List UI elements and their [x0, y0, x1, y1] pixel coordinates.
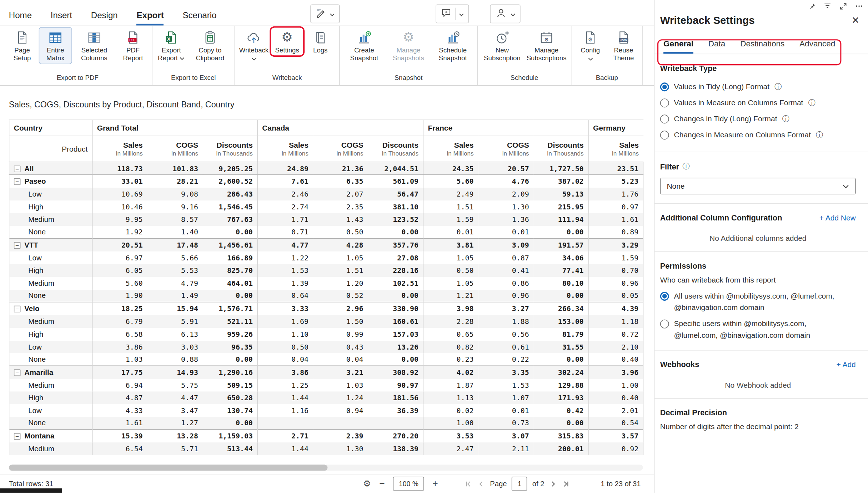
row-label[interactable]: −Paseo: [9, 175, 92, 188]
cell[interactable]: 521.11: [202, 315, 257, 327]
cell[interactable]: 0.01: [478, 226, 533, 239]
cell[interactable]: 15.39: [92, 430, 147, 442]
cell[interactable]: 3.35: [478, 366, 533, 378]
row-label[interactable]: −Velo: [9, 302, 92, 315]
cell[interactable]: 509.15: [202, 378, 257, 391]
cell[interactable]: 1.16: [257, 404, 313, 417]
cell[interactable]: 2.35: [313, 200, 368, 213]
zoom-in-button[interactable]: +: [432, 478, 438, 489]
row-label[interactable]: None: [9, 226, 92, 239]
row-label[interactable]: Medium: [9, 213, 92, 226]
cell[interactable]: 0.54: [588, 417, 643, 430]
ribbon-button-config[interactable]: ⚙Config: [574, 28, 606, 62]
cell[interactable]: 513.44: [202, 442, 257, 455]
cell[interactable]: 4.39: [588, 302, 643, 315]
cell[interactable]: 1.00: [588, 378, 643, 391]
cell[interactable]: 17.75: [92, 366, 147, 378]
cell[interactable]: 2.07: [313, 187, 368, 200]
cell[interactable]: 1.50: [313, 315, 368, 327]
column-group-grand-total[interactable]: Grand Total: [92, 120, 257, 136]
cell[interactable]: 0.96: [478, 289, 533, 302]
cell[interactable]: 118.73: [92, 162, 147, 175]
cell[interactable]: 308.92: [368, 366, 423, 378]
cell[interactable]: 17.48: [147, 238, 202, 251]
cell[interactable]: 1.25: [257, 378, 313, 391]
cell[interactable]: 0.41: [478, 264, 533, 277]
cell[interactable]: 0.61: [478, 340, 533, 353]
ribbon-button-new-subscription[interactable]: New Subscription: [481, 28, 524, 64]
cell[interactable]: 270.20: [368, 430, 423, 442]
collapse-icon[interactable]: −: [14, 370, 21, 376]
column-header-france-sales[interactable]: Salesin Millions: [423, 136, 478, 162]
cell[interactable]: 0.01: [423, 226, 478, 239]
cell[interactable]: 1.59: [588, 251, 643, 264]
cell[interactable]: 3.86: [257, 366, 313, 378]
column-header-grand-total-sales[interactable]: Salesin Millions: [92, 136, 147, 162]
cell[interactable]: 330.90: [368, 302, 423, 315]
cell[interactable]: 5.60: [92, 276, 147, 289]
cell[interactable]: 0.01: [478, 404, 533, 417]
cell[interactable]: 1.39: [257, 276, 313, 289]
cell[interactable]: 0.00: [202, 226, 257, 239]
column-header-canada-discounts[interactable]: Discountsin Thousands: [368, 136, 423, 162]
cell[interactable]: 90.97: [368, 378, 423, 391]
collapse-icon[interactable]: −: [14, 433, 21, 440]
cell[interactable]: 2.96: [313, 302, 368, 315]
cell[interactable]: 5.75: [147, 378, 202, 391]
cell[interactable]: 36.39: [368, 404, 423, 417]
cell[interactable]: 0.99: [313, 327, 368, 340]
ribbon-button-entire-matrix[interactable]: Entire Matrix: [39, 28, 71, 64]
cell[interactable]: 302.24: [533, 366, 588, 378]
cell[interactable]: 123.52: [368, 213, 423, 226]
row-label[interactable]: Medium: [9, 442, 92, 455]
cell[interactable]: 0.43: [313, 340, 368, 353]
cell[interactable]: 0.71: [257, 226, 313, 239]
cell[interactable]: 3.33: [257, 302, 313, 315]
cell[interactable]: 1.40: [147, 226, 202, 239]
cell[interactable]: 24.89: [257, 162, 313, 175]
cell[interactable]: 130.74: [202, 404, 257, 417]
cell[interactable]: 10.46: [92, 200, 147, 213]
cell[interactable]: [257, 417, 313, 430]
ribbon-tab-export[interactable]: Export: [136, 10, 164, 25]
cell[interactable]: 1.44: [257, 391, 313, 404]
cell[interactable]: 24.35: [423, 162, 478, 175]
row-header-product[interactable]: Product: [9, 136, 92, 162]
cell[interactable]: 138.39: [368, 442, 423, 455]
column-group-canada[interactable]: Canada: [257, 120, 423, 136]
cell[interactable]: 6.97: [92, 251, 147, 264]
cell[interactable]: 6.79: [92, 315, 147, 327]
ribbon-button-page-setup[interactable]: Page Setup: [6, 28, 38, 64]
cell[interactable]: 5.71: [147, 442, 202, 455]
cell[interactable]: 357.76: [368, 238, 423, 251]
row-label[interactable]: None: [9, 417, 92, 430]
cell[interactable]: 1.51: [313, 264, 368, 277]
cell[interactable]: 1.30: [478, 200, 533, 213]
cell[interactable]: 2,600.52: [202, 175, 257, 188]
cell[interactable]: 2.09: [478, 187, 533, 200]
cell[interactable]: 0.70: [588, 264, 643, 277]
cell[interactable]: 0.72: [588, 327, 643, 340]
cell[interactable]: 0.65: [423, 327, 478, 340]
cell[interactable]: 0.02: [423, 404, 478, 417]
cell[interactable]: 1.27: [147, 417, 202, 430]
cell[interactable]: 1.61: [588, 213, 643, 226]
row-label[interactable]: High: [9, 200, 92, 213]
ribbon-button-selected-columns[interactable]: Selected Columns: [72, 28, 116, 64]
cell[interactable]: 77.41: [533, 264, 588, 277]
cell[interactable]: 9.16: [147, 200, 202, 213]
cell[interactable]: 266.34: [533, 302, 588, 315]
cell[interactable]: 6.58: [92, 327, 147, 340]
cell[interactable]: 650.28: [202, 391, 257, 404]
column-group-germany[interactable]: Germany: [588, 120, 643, 136]
ribbon-button-manage-subscriptions[interactable]: ⚙Manage Subscriptions: [525, 28, 568, 64]
cell[interactable]: 2.74: [257, 200, 313, 213]
cell[interactable]: 1.20: [313, 276, 368, 289]
cell[interactable]: 0.40: [588, 391, 643, 404]
ribbon-button-copy-to-clipboard[interactable]: Copy to Clipboard: [189, 28, 232, 64]
corner-header-country[interactable]: Country: [9, 120, 92, 136]
cell[interactable]: 1,290.16: [202, 366, 257, 378]
cell[interactable]: 13.28: [147, 430, 202, 442]
cell[interactable]: 3.27: [478, 302, 533, 315]
cell[interactable]: 464.01: [202, 276, 257, 289]
